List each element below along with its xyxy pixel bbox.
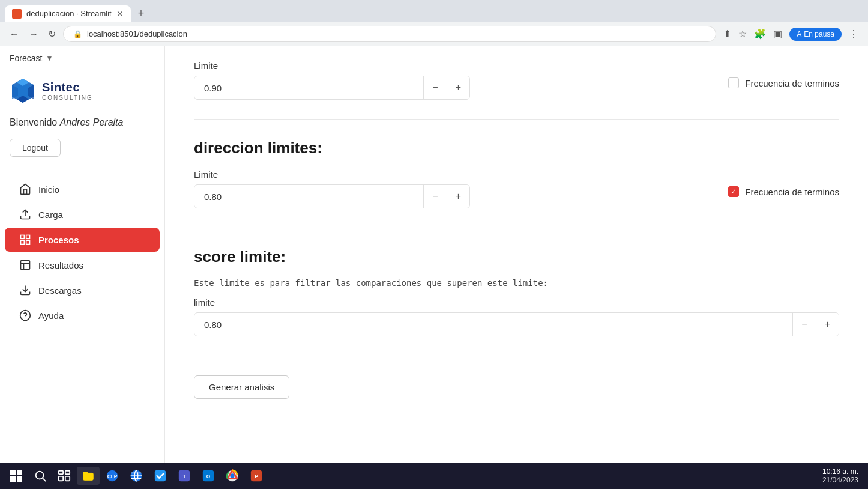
svg-rect-24: [65, 471, 70, 475]
logo-area: Sintec CONSULTING: [10, 73, 155, 116]
outlook-icon: O: [202, 469, 215, 482]
download-icon: [19, 284, 31, 296]
score-limite-value[interactable]: [194, 314, 792, 336]
taskbar-app4-button[interactable]: T: [173, 467, 196, 485]
svg-rect-11: [21, 261, 30, 270]
top-limite-label: Limite: [194, 61, 709, 71]
share-button[interactable]: ⬆: [721, 26, 734, 42]
sidebar-toggle-button[interactable]: ▣: [771, 26, 785, 42]
sintec-logo-icon: [10, 77, 36, 104]
score-title: score limite:: [194, 248, 839, 266]
score-limite-plus-btn[interactable]: +: [816, 313, 839, 336]
generar-analisis-button[interactable]: Generar analisis: [194, 375, 289, 399]
tab-favicon: [12, 9, 22, 19]
sidebar-item-label-ayuda: Ayuda: [38, 311, 64, 321]
direccion-limite-plus-btn[interactable]: +: [447, 185, 469, 208]
divider-bottom: [194, 356, 839, 356]
divider-mid: [194, 228, 839, 228]
logo-text-area: Sintec CONSULTING: [42, 80, 93, 101]
logo-container: Sintec CONSULTING: [10, 77, 155, 104]
direccion-limite-value[interactable]: [194, 186, 423, 208]
upload-icon: [19, 208, 31, 220]
results-icon: [19, 259, 31, 271]
chevron-down-icon: ▼: [46, 54, 53, 62]
svg-rect-9: [21, 241, 25, 244]
score-limite-label: limite: [194, 297, 839, 308]
score-limite-input: − +: [194, 312, 839, 336]
url-text: localhost:8501/deduplicacion: [87, 29, 706, 38]
direccion-section: direccion limites: Limite − + Frecuencia…: [194, 139, 839, 208]
direccion-frecuencia-row: Frecuencia de terminos: [728, 169, 839, 197]
taskbar-app3-button[interactable]: [149, 467, 172, 485]
top-limite-plus-btn[interactable]: +: [447, 76, 469, 99]
sidebar-item-carga[interactable]: Carga: [5, 202, 160, 226]
top-limite-value[interactable]: [194, 77, 423, 99]
svg-rect-10: [26, 241, 30, 244]
svg-point-21: [36, 472, 44, 479]
reload-button[interactable]: ↻: [46, 26, 58, 42]
sidebar-item-procesos[interactable]: Procesos: [5, 228, 160, 252]
score-section: score limite: Este limite es para filtra…: [194, 248, 839, 336]
sidebar-item-inicio[interactable]: Inicio: [5, 177, 160, 201]
direccion-limite-minus-btn[interactable]: −: [423, 185, 446, 208]
sidebar-item-label-inicio: Inicio: [38, 184, 59, 195]
svg-rect-25: [59, 476, 63, 481]
forward-button[interactable]: →: [26, 26, 41, 42]
help-icon: [19, 309, 31, 321]
sidebar-item-descargas[interactable]: Descargas: [5, 278, 160, 302]
sidebar-top: Forecast ▼ Sintec: [0, 53, 164, 176]
svg-rect-8: [26, 235, 30, 239]
taskbar-app2-button[interactable]: CLP: [101, 467, 124, 485]
lock-icon: 🔒: [73, 30, 82, 38]
windows-icon: [10, 469, 23, 482]
taskview-icon: [58, 469, 71, 482]
forecast-dropdown[interactable]: Forecast ▼: [10, 53, 155, 63]
taskbar-app7-button[interactable]: P: [245, 467, 268, 485]
browser-tab-active[interactable]: deduplicacion · Streamlit ✕: [5, 5, 131, 22]
taskbar-search-button[interactable]: [29, 467, 52, 485]
sidebar-item-label-resultados: Resultados: [38, 260, 83, 270]
sidebar-item-ayuda[interactable]: Ayuda: [5, 303, 160, 327]
sidebar: Forecast ▼ Sintec: [0, 46, 165, 463]
extension-button[interactable]: 🧩: [752, 26, 768, 42]
back-button[interactable]: ←: [7, 26, 22, 42]
profile-label: En pausa: [804, 30, 834, 38]
bookmark-button[interactable]: ☆: [736, 26, 749, 42]
taskbar-start-button[interactable]: [5, 467, 28, 485]
taskbar-app5-button[interactable]: O: [197, 467, 220, 485]
svg-rect-18: [17, 470, 22, 475]
clock-time: 10:16 a. m.: [822, 467, 858, 476]
score-limite-minus-btn[interactable]: −: [792, 313, 815, 336]
top-frecuencia-checkbox[interactable]: [728, 77, 739, 88]
teams-icon: T: [178, 469, 191, 482]
taskbar-browser-button[interactable]: [125, 467, 148, 485]
taskbar-taskview-button[interactable]: [53, 467, 76, 485]
taskbar-app6-button[interactable]: [221, 467, 244, 485]
svg-text:P: P: [255, 473, 258, 479]
sidebar-item-resultados[interactable]: Resultados: [5, 253, 160, 277]
generar-section: Generar analisis: [194, 375, 839, 399]
powerpoint-icon: P: [250, 469, 263, 482]
taskbar-files-button[interactable]: [77, 467, 100, 485]
new-tab-button[interactable]: +: [133, 5, 149, 22]
svg-rect-26: [65, 476, 70, 481]
logout-button[interactable]: Logout: [10, 139, 61, 157]
top-limite-minus-btn[interactable]: −: [423, 76, 446, 99]
menu-button[interactable]: ⋮: [846, 26, 861, 42]
sidebar-item-label-carga: Carga: [38, 210, 63, 220]
url-bar[interactable]: 🔒 localhost:8501/deduplicacion: [63, 26, 716, 42]
profile-button[interactable]: A En pausa: [789, 28, 842, 41]
top-limite-section: Limite − + Frecuencia de terminos: [194, 61, 839, 100]
direccion-limite-input: − +: [194, 184, 470, 208]
svg-text:CLP: CLP: [107, 474, 118, 479]
divider-top: [194, 119, 839, 120]
logo-sub-text: CONSULTING: [42, 94, 93, 101]
direccion-limite-left: Limite − +: [194, 169, 709, 208]
direccion-limite-label: Limite: [194, 169, 709, 180]
app-layout: Forecast ▼ Sintec: [0, 46, 868, 463]
svg-text:T: T: [182, 473, 186, 479]
tab-close-btn[interactable]: ✕: [116, 9, 124, 19]
direccion-frecuencia-checkbox[interactable]: [728, 186, 739, 197]
direccion-title: direccion limites:: [194, 139, 839, 157]
svg-line-22: [43, 478, 46, 481]
